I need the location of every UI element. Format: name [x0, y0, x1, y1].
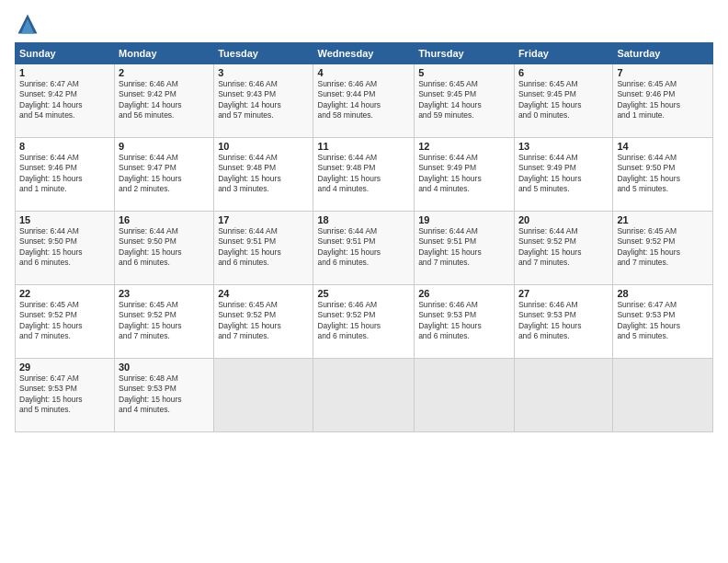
calendar-body: 1Sunrise: 6:47 AM Sunset: 9:42 PM Daylig… — [16, 64, 713, 432]
calendar-cell — [415, 359, 515, 432]
week-row-2: 8Sunrise: 6:44 AM Sunset: 9:46 PM Daylig… — [16, 138, 713, 212]
day-info: Sunrise: 6:45 AM Sunset: 9:52 PM Dayligh… — [617, 226, 709, 269]
calendar-cell: 24Sunrise: 6:45 AM Sunset: 9:52 PM Dayli… — [214, 285, 313, 359]
day-number: 24 — [218, 288, 309, 299]
day-number: 6 — [518, 67, 609, 78]
day-header-friday: Friday — [514, 43, 612, 64]
calendar-cell: 19Sunrise: 6:44 AM Sunset: 9:51 PM Dayli… — [415, 212, 515, 285]
calendar-cell — [514, 359, 612, 432]
day-info: Sunrise: 6:44 AM Sunset: 9:51 PM Dayligh… — [218, 226, 309, 269]
day-number: 29 — [19, 362, 110, 373]
day-info: Sunrise: 6:45 AM Sunset: 9:45 PM Dayligh… — [518, 79, 609, 121]
day-number: 5 — [418, 67, 510, 78]
day-info: Sunrise: 6:44 AM Sunset: 9:50 PM Dayligh… — [19, 226, 110, 269]
calendar-cell: 28Sunrise: 6:47 AM Sunset: 9:53 PM Dayli… — [613, 285, 713, 359]
day-info: Sunrise: 6:46 AM Sunset: 9:43 PM Dayligh… — [218, 79, 309, 121]
day-header-monday: Monday — [115, 43, 214, 64]
day-info: Sunrise: 6:44 AM Sunset: 9:52 PM Dayligh… — [518, 226, 609, 269]
calendar-cell: 22Sunrise: 6:45 AM Sunset: 9:52 PM Dayli… — [16, 285, 115, 359]
calendar-cell: 1Sunrise: 6:47 AM Sunset: 9:42 PM Daylig… — [16, 64, 115, 138]
day-number: 26 — [418, 288, 510, 299]
calendar-cell: 25Sunrise: 6:46 AM Sunset: 9:52 PM Dayli… — [313, 285, 415, 359]
day-number: 22 — [19, 288, 110, 299]
calendar-cell — [613, 359, 713, 432]
calendar-cell: 13Sunrise: 6:44 AM Sunset: 9:49 PM Dayli… — [514, 138, 612, 212]
day-number: 18 — [317, 214, 410, 225]
day-number: 11 — [317, 141, 410, 152]
calendar-cell: 10Sunrise: 6:44 AM Sunset: 9:48 PM Dayli… — [214, 138, 313, 212]
calendar-cell: 11Sunrise: 6:44 AM Sunset: 9:48 PM Dayli… — [313, 138, 415, 212]
day-number: 4 — [317, 67, 410, 78]
day-number: 16 — [119, 214, 210, 225]
calendar-cell: 7Sunrise: 6:45 AM Sunset: 9:46 PM Daylig… — [613, 64, 713, 138]
day-info: Sunrise: 6:45 AM Sunset: 9:52 PM Dayligh… — [19, 300, 110, 342]
day-number: 2 — [119, 67, 210, 78]
day-info: Sunrise: 6:44 AM Sunset: 9:49 PM Dayligh… — [518, 153, 609, 195]
day-info: Sunrise: 6:47 AM Sunset: 9:53 PM Dayligh… — [617, 300, 709, 342]
days-header-row: SundayMondayTuesdayWednesdayThursdayFrid… — [16, 43, 713, 64]
day-info: Sunrise: 6:45 AM Sunset: 9:52 PM Dayligh… — [119, 300, 210, 342]
calendar-cell: 6Sunrise: 6:45 AM Sunset: 9:45 PM Daylig… — [514, 64, 612, 138]
day-number: 10 — [218, 141, 309, 152]
day-number: 8 — [19, 141, 110, 152]
calendar-cell: 3Sunrise: 6:46 AM Sunset: 9:43 PM Daylig… — [214, 64, 313, 138]
day-info: Sunrise: 6:44 AM Sunset: 9:51 PM Dayligh… — [317, 226, 410, 269]
calendar-cell: 8Sunrise: 6:44 AM Sunset: 9:46 PM Daylig… — [16, 138, 115, 212]
day-number: 23 — [119, 288, 210, 299]
calendar-cell: 9Sunrise: 6:44 AM Sunset: 9:47 PM Daylig… — [115, 138, 214, 212]
calendar-cell: 30Sunrise: 6:48 AM Sunset: 9:53 PM Dayli… — [115, 359, 214, 432]
page: SundayMondayTuesdayWednesdayThursdayFrid… — [0, 0, 728, 563]
header — [15, 11, 713, 37]
calendar-cell: 27Sunrise: 6:46 AM Sunset: 9:53 PM Dayli… — [514, 285, 612, 359]
day-info: Sunrise: 6:46 AM Sunset: 9:53 PM Dayligh… — [518, 300, 609, 342]
day-info: Sunrise: 6:47 AM Sunset: 9:53 PM Dayligh… — [19, 373, 110, 416]
day-number: 28 — [617, 288, 709, 299]
day-info: Sunrise: 6:44 AM Sunset: 9:51 PM Dayligh… — [418, 226, 510, 269]
calendar-cell: 20Sunrise: 6:44 AM Sunset: 9:52 PM Dayli… — [514, 212, 612, 285]
day-number: 19 — [418, 214, 510, 225]
day-number: 15 — [19, 214, 110, 225]
calendar-cell — [313, 359, 415, 432]
day-header-thursday: Thursday — [415, 43, 515, 64]
day-info: Sunrise: 6:46 AM Sunset: 9:52 PM Dayligh… — [317, 300, 410, 342]
day-number: 12 — [418, 141, 510, 152]
day-info: Sunrise: 6:44 AM Sunset: 9:48 PM Dayligh… — [317, 153, 410, 195]
calendar-cell: 26Sunrise: 6:46 AM Sunset: 9:53 PM Dayli… — [415, 285, 515, 359]
day-number: 7 — [617, 67, 709, 78]
day-info: Sunrise: 6:44 AM Sunset: 9:49 PM Dayligh… — [418, 153, 510, 195]
day-number: 17 — [218, 214, 309, 225]
calendar-cell: 14Sunrise: 6:44 AM Sunset: 9:50 PM Dayli… — [613, 138, 713, 212]
day-info: Sunrise: 6:44 AM Sunset: 9:48 PM Dayligh… — [218, 153, 309, 195]
week-row-4: 22Sunrise: 6:45 AM Sunset: 9:52 PM Dayli… — [16, 285, 713, 359]
week-row-5: 29Sunrise: 6:47 AM Sunset: 9:53 PM Dayli… — [16, 359, 713, 432]
day-header-wednesday: Wednesday — [313, 43, 415, 64]
day-header-saturday: Saturday — [613, 43, 713, 64]
day-number: 30 — [119, 362, 210, 373]
day-info: Sunrise: 6:46 AM Sunset: 9:44 PM Dayligh… — [317, 79, 410, 121]
calendar-cell: 29Sunrise: 6:47 AM Sunset: 9:53 PM Dayli… — [16, 359, 115, 432]
day-number: 25 — [317, 288, 410, 299]
calendar-cell: 4Sunrise: 6:46 AM Sunset: 9:44 PM Daylig… — [313, 64, 415, 138]
day-info: Sunrise: 6:46 AM Sunset: 9:53 PM Dayligh… — [418, 300, 510, 342]
day-number: 14 — [617, 141, 709, 152]
day-info: Sunrise: 6:44 AM Sunset: 9:50 PM Dayligh… — [617, 153, 709, 195]
day-number: 27 — [518, 288, 609, 299]
day-info: Sunrise: 6:44 AM Sunset: 9:47 PM Dayligh… — [119, 153, 210, 195]
calendar-cell: 17Sunrise: 6:44 AM Sunset: 9:51 PM Dayli… — [214, 212, 313, 285]
day-info: Sunrise: 6:48 AM Sunset: 9:53 PM Dayligh… — [119, 373, 210, 416]
day-number: 1 — [19, 67, 110, 78]
day-header-tuesday: Tuesday — [214, 43, 313, 64]
day-info: Sunrise: 6:44 AM Sunset: 9:50 PM Dayligh… — [119, 226, 210, 269]
day-number: 9 — [119, 141, 210, 152]
calendar-cell: 21Sunrise: 6:45 AM Sunset: 9:52 PM Dayli… — [613, 212, 713, 285]
day-header-sunday: Sunday — [16, 43, 115, 64]
calendar-cell: 16Sunrise: 6:44 AM Sunset: 9:50 PM Dayli… — [115, 212, 214, 285]
calendar-cell: 18Sunrise: 6:44 AM Sunset: 9:51 PM Dayli… — [313, 212, 415, 285]
calendar: SundayMondayTuesdayWednesdayThursdayFrid… — [15, 42, 713, 432]
day-info: Sunrise: 6:46 AM Sunset: 9:42 PM Dayligh… — [119, 79, 210, 121]
day-info: Sunrise: 6:45 AM Sunset: 9:46 PM Dayligh… — [617, 79, 709, 121]
day-number: 13 — [518, 141, 609, 152]
week-row-3: 15Sunrise: 6:44 AM Sunset: 9:50 PM Dayli… — [16, 212, 713, 285]
day-info: Sunrise: 6:44 AM Sunset: 9:46 PM Dayligh… — [19, 153, 110, 195]
logo — [15, 11, 44, 37]
